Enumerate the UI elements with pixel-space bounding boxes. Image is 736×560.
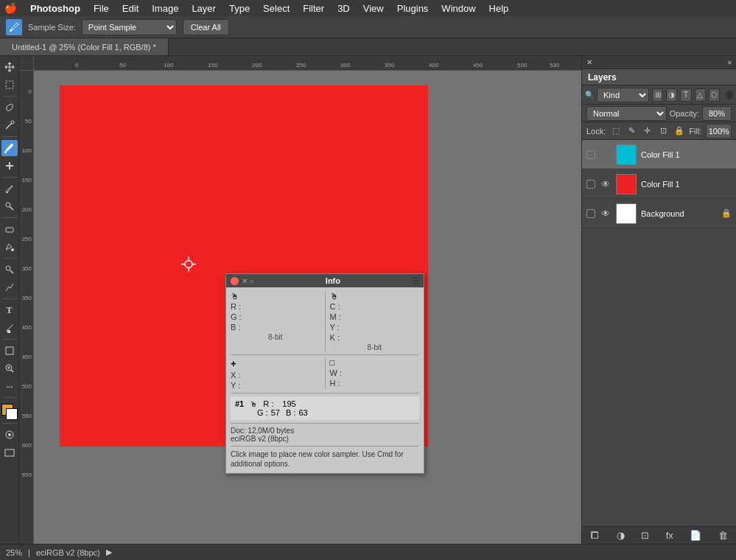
info-plus-icon-row: +: [231, 358, 320, 369]
svg-rect-18: [5, 449, 14, 456]
ruler-mark: 350: [22, 295, 32, 301]
sample-size-label: Sample Size:: [28, 23, 76, 32]
new-layer-btn[interactable]: 📄: [690, 530, 701, 541]
right-panel: ✕ » Layers 🔍 Kind NameEffectModeAttribut…: [581, 56, 736, 544]
filter-adj-btn[interactable]: ◑: [666, 88, 677, 102]
layer-visibility-checkbox[interactable]: [586, 180, 595, 189]
layer-visibility-btn[interactable]: 👁: [600, 149, 611, 161]
filter-text-btn[interactable]: T: [680, 88, 691, 102]
menu-filter[interactable]: Filter: [297, 1, 330, 15]
layer-style-btn[interactable]: fx: [666, 530, 673, 541]
menu-file[interactable]: File: [88, 1, 115, 15]
type-tool[interactable]: T: [1, 302, 18, 318]
menu-image[interactable]: Image: [146, 1, 184, 15]
menu-type[interactable]: Type: [223, 1, 256, 15]
layers-blend-bar: Normal DissolveMultiplyScreenOverlay Opa…: [582, 105, 736, 122]
menu-plugins[interactable]: Plugins: [391, 1, 435, 15]
info-eyedropper-icon-row: 🖱: [231, 292, 320, 301]
layer-row[interactable]: 👁 Color Fill 1: [582, 169, 736, 199]
pen-tool[interactable]: [1, 279, 18, 295]
shape-tool[interactable]: [1, 343, 18, 359]
ruler-mark: 100: [22, 147, 32, 154]
filter-smart-btn[interactable]: ⬡: [709, 88, 720, 102]
ruler-mark: 50: [25, 118, 32, 125]
eyedropper-tool[interactable]: [1, 140, 18, 156]
delete-layer-btn[interactable]: 🗑: [718, 530, 728, 541]
lock-artboard-btn[interactable]: ⊡: [658, 125, 669, 138]
panel-collapse-btn[interactable]: »: [727, 58, 732, 66]
layer-row[interactable]: 👁 Background 🔒: [582, 199, 736, 228]
menu-edit[interactable]: Edit: [116, 1, 144, 15]
info-sr-value: 195: [282, 399, 295, 408]
ruler-mark: 550: [22, 413, 32, 419]
document-tab[interactable]: Untitled-1 @ 25% (Color Fill 1, RGB/8) *: [0, 38, 169, 55]
lock-transparent-btn[interactable]: ⬚: [610, 125, 621, 138]
layer-visibility-checkbox[interactable]: [586, 150, 595, 159]
lock-position-btn[interactable]: ✛: [642, 125, 653, 138]
canvas-area[interactable]: 0 50 100 150 200 250 300 350 400 450 500…: [19, 56, 581, 544]
layer-visibility-btn[interactable]: 👁: [600, 208, 611, 220]
filter-shape-btn[interactable]: △: [695, 88, 706, 102]
svg-rect-1: [6, 81, 13, 88]
selection-tool[interactable]: [1, 77, 18, 93]
ruler-mark: 500: [517, 62, 527, 69]
quick-mask-tool[interactable]: [1, 427, 18, 443]
lock-paint-btn[interactable]: ✎: [626, 125, 637, 138]
filter-type-btn[interactable]: ⊞: [652, 88, 663, 102]
svg-point-8: [11, 248, 14, 251]
info-wh-half: □ W : H :: [330, 358, 420, 390]
fill-value[interactable]: 100%: [706, 124, 732, 139]
menu-3d[interactable]: 3D: [332, 1, 356, 15]
sample-size-select[interactable]: Point Sample3 by 3 Average5 by 5 Average…: [82, 19, 177, 35]
clone-stamp-tool[interactable]: [1, 198, 18, 214]
lock-all-btn[interactable]: 🔒: [673, 125, 684, 138]
layer-visibility-btn[interactable]: 👁: [600, 178, 611, 190]
apple-menu[interactable]: 🍎: [4, 2, 17, 14]
move-tool[interactable]: [1, 59, 18, 75]
healing-tool[interactable]: [1, 158, 18, 174]
magic-wand-tool[interactable]: [1, 117, 18, 133]
layer-visibility-checkbox[interactable]: [586, 209, 595, 218]
menu-view[interactable]: View: [357, 1, 390, 15]
paint-bucket-tool[interactable]: [1, 239, 18, 255]
info-box-icon-row: □: [330, 358, 420, 367]
menu-select[interactable]: Select: [257, 1, 295, 15]
opacity-value[interactable]: 80%: [702, 106, 732, 121]
path-selection-tool[interactable]: [1, 320, 18, 336]
lasso-tool[interactable]: [1, 99, 18, 116]
new-fill-btn[interactable]: ◑: [617, 530, 625, 541]
panel-close-btn[interactable]: ✕: [586, 58, 592, 66]
status-arrow[interactable]: ▶: [106, 547, 112, 557]
zoom-tool[interactable]: [1, 360, 18, 377]
info-c-label: C :: [330, 302, 340, 311]
zoom-level: 25%: [6, 548, 22, 557]
info-wh-icon: □: [330, 358, 335, 367]
color-swatches[interactable]: [1, 404, 18, 420]
more-tools[interactable]: ···: [1, 378, 18, 394]
menu-window[interactable]: Window: [435, 1, 481, 15]
clear-all-button[interactable]: Clear All: [183, 19, 229, 35]
info-divider: [325, 292, 326, 351]
menu-help[interactable]: Help: [483, 1, 515, 15]
new-group-btn[interactable]: ⧠: [590, 530, 600, 541]
dodge-tool[interactable]: [1, 262, 18, 278]
screen-mode[interactable]: [1, 444, 18, 461]
layer-mask-btn[interactable]: ⊡: [641, 530, 649, 541]
background-color[interactable]: [6, 408, 18, 420]
blend-mode-select[interactable]: Normal DissolveMultiplyScreenOverlay: [586, 106, 667, 121]
layer-row[interactable]: 👁 Color Fill 1: [582, 140, 736, 169]
eraser-tool[interactable]: [1, 221, 18, 237]
toolbox: T ···: [0, 56, 19, 544]
filter-color-btn[interactable]: [726, 91, 733, 99]
info-m-row: M :: [330, 312, 420, 321]
info-x-row: X :: [231, 371, 320, 379]
brush-tool[interactable]: [1, 181, 18, 197]
info-sampler-num: #1: [235, 399, 244, 408]
info-panel-close[interactable]: [231, 277, 239, 285]
info-panel-menu[interactable]: ☰: [412, 276, 419, 286]
crosshair-cursor: [180, 256, 197, 277]
menu-photoshop[interactable]: Photoshop: [24, 1, 86, 15]
layers-filter-select[interactable]: Kind NameEffectModeAttributeColor: [597, 88, 649, 102]
menu-layer[interactable]: Layer: [186, 1, 222, 15]
lock-label: Lock:: [586, 127, 606, 136]
